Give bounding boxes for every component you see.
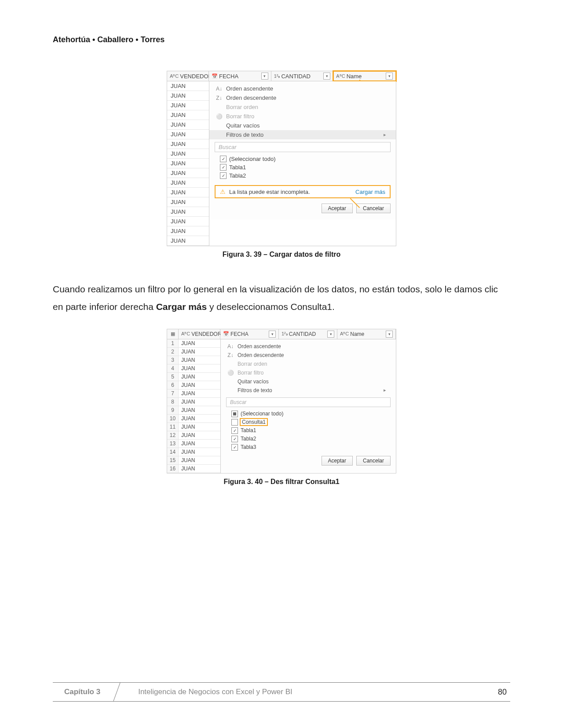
screenshot-figure-40: ▦ AᴮC VENDEDOR ▾ 📅 FECHA ▾ 1²₃ CANTIDAD … [167,329,396,473]
accept-button[interactable]: Aceptar [322,204,353,213]
dropdown-icon[interactable]: ▾ [386,331,393,338]
row-number: 11 [167,423,179,431]
column-header-name[interactable]: AᴮC Name ▾ [337,329,396,339]
cancel-button[interactable]: Cancelar [356,456,391,466]
column-header-vendedor[interactable]: AᴮC VENDEDOR ▾ [179,329,220,339]
clear-sort: Borrar orden [221,360,396,368]
row-number: 15 [167,456,179,464]
sort-ascending[interactable]: A↓ Orden ascendente [209,84,396,93]
sort-descending[interactable]: Z↓ Orden descendente [221,351,396,360]
filter-option-select-all[interactable]: (Seleccionar todo) [231,410,391,418]
cell: JUAN [167,130,209,139]
warning-text: La lista puede estar incompleta. [229,189,310,195]
column-header-vendedor[interactable]: AᴮC VENDEDOR ▾ [167,71,209,81]
filter-option-consulta1[interactable]: ✓ Consulta1 [231,418,391,426]
cell: JUAN [167,168,209,178]
filter-option[interactable]: ✓ Tabla2 [220,171,391,180]
incomplete-list-warning: ⚠ La lista puede estar incompleta. Carga… [215,185,391,198]
cell: JUAN [179,431,220,439]
row-number: 2 [167,348,179,356]
checkbox-icon[interactable]: ✓ [220,156,227,162]
clear-sort: Borrar orden [209,102,396,112]
column-label: VENDEDOR [191,331,221,337]
filter-option[interactable]: ✓ Tabla3 [231,443,391,451]
sort-descending[interactable]: Z↓ Orden descendente [209,93,396,102]
checkbox-indeterminate-icon[interactable] [231,411,238,417]
row-number: 6 [167,381,179,389]
dropdown-icon[interactable]: ▾ [261,73,268,80]
cell: JUAN [179,440,220,448]
cell: JUAN [179,373,220,381]
column-header-name[interactable]: AᴮC Name ▾ [333,71,396,81]
row-number: 1 [167,339,179,347]
checkbox-icon[interactable]: ✓ [220,172,227,179]
row-number: 16 [167,465,179,473]
cell: JUAN [167,101,209,110]
cell: JUAN [167,197,209,207]
checkbox-icon[interactable]: ✓ [220,164,227,171]
label: Filtros de texto [238,387,272,393]
text-filters[interactable]: Filtros de texto ▸ [209,130,396,139]
dropdown-icon[interactable]: ▾ [269,331,276,338]
row-number: 3 [167,356,179,364]
checkbox-icon[interactable]: ✓ [231,427,238,434]
label: Orden descendente [238,352,284,358]
cell: JUAN [179,348,220,356]
footer-title: Inteligencia de Negocios con Excel y Pow… [112,683,292,701]
label: Borrar filtro [238,370,263,376]
sort-asc-icon: A↓ [216,86,223,92]
filter-option-select-all[interactable]: ✓ (Seleccionar todo) [220,155,391,163]
filter-search-input[interactable]: Buscar [215,142,391,152]
filter-search-input[interactable]: Buscar [226,397,391,407]
cell: JUAN [179,415,220,422]
remove-empty[interactable]: Quitar vacíos [221,377,396,386]
row-number: 13 [167,440,179,448]
text-type-icon: AᴮC [340,331,349,337]
row-number: 4 [167,364,179,372]
submenu-arrow-icon: ▸ [384,387,390,393]
column-header-fecha[interactable]: 📅 FECHA ▾ [209,71,271,81]
column-label: FECHA [219,73,238,80]
remove-empty[interactable]: Quitar vacíos [209,121,396,130]
row-number: 8 [167,398,179,406]
filter-dropdown: A↓ Orden ascendente Z↓ Orden descendente… [220,339,396,472]
cell: JUAN [179,423,220,431]
cell: JUAN [167,81,209,91]
cell: JUAN [179,339,220,347]
cell: JUAN [167,207,209,216]
column-label: CANTIDAD [289,331,316,337]
label: Tabla1 [241,427,256,433]
column-label: VENDEDOR [180,73,212,80]
filter-option[interactable]: ✓ Tabla1 [220,163,391,171]
label: Tabla2 [241,436,256,442]
filter-option[interactable]: ✓ Tabla1 [231,426,391,435]
column-header-cantidad[interactable]: 1²₃ CANTIDAD ▾ [279,329,337,339]
accept-button[interactable]: Aceptar [322,456,353,466]
dropdown-icon[interactable]: ▾ [386,73,393,80]
row-number: 10 [167,415,179,422]
dropdown-icon[interactable]: ▾ [323,73,330,80]
load-more-link[interactable]: Cargar más [355,189,385,195]
column-header-cantidad[interactable]: 1²₃ CANTIDAD ▾ [271,71,334,81]
label: Borrar orden [226,104,258,110]
cell: JUAN [167,188,209,197]
label-highlighted: Consulta1 [241,419,267,425]
clear-filter-icon: ⚪ [227,370,234,376]
date-type-icon: 📅 [212,73,218,79]
column-header-fecha[interactable]: 📅 FECHA ▾ [220,329,279,339]
clear-filter: ⚪ Borrar filtro [221,368,396,377]
footer-chapter: Capítulo 3 [53,683,112,701]
label: (Seleccionar todo) [241,411,283,417]
warning-icon: ⚠ [220,188,226,195]
checkbox-icon[interactable]: ✓ [231,444,238,451]
filter-option[interactable]: ✓ Tabla2 [231,435,391,443]
cancel-button[interactable]: Cancelar [356,204,391,213]
checkbox-unchecked-icon[interactable]: ✓ [231,419,238,426]
page-footer: Capítulo 3 Inteligencia de Negocios con … [53,682,510,702]
dropdown-icon[interactable]: ▾ [327,331,334,338]
cell: JUAN [179,364,220,372]
checkbox-icon[interactable]: ✓ [231,436,238,442]
sort-ascending[interactable]: A↓ Orden ascendente [221,342,396,351]
label: Quitar vacíos [238,379,269,385]
text-filters[interactable]: Filtros de texto ▸ [221,386,396,395]
